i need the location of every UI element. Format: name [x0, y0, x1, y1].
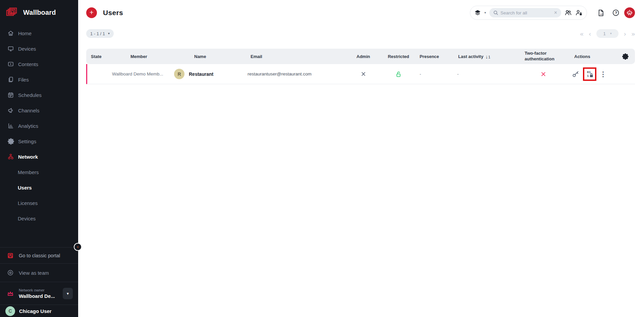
search-input[interactable]: [500, 10, 552, 15]
current-user-label: Chicago User: [19, 308, 52, 314]
chevron-down-icon: ▾: [610, 32, 612, 35]
range-label: 1 - 1 / 1: [90, 31, 105, 36]
layers-icon[interactable]: [474, 9, 481, 16]
row-action-password-key-button[interactable]: [572, 70, 580, 78]
sidebar-item-label: Analytics: [18, 123, 38, 129]
sidebar-item-label: Channels: [18, 108, 39, 113]
last-page-button[interactable]: »: [631, 31, 635, 37]
row-action-passcode-button[interactable]: 01 1: [586, 70, 594, 78]
sidebar-subitem-licenses[interactable]: Licenses: [0, 195, 78, 211]
title-group: + Users: [86, 7, 123, 18]
cell-presence: -: [415, 71, 449, 76]
files-icon: [7, 76, 14, 83]
sidebar-item-label: Settings: [18, 139, 36, 144]
monitor-icon: [7, 45, 14, 52]
unlock-icon: [395, 71, 402, 77]
brand-logo[interactable]: Wallboard: [0, 0, 78, 21]
robot-icon: [626, 9, 633, 16]
binary-bottom-text: 1: [587, 74, 589, 78]
sort-indicator: ↓ 1: [485, 54, 490, 59]
header-state[interactable]: State: [86, 54, 111, 59]
sidebar-footer: Go to classic portal View as team Netwo: [0, 247, 78, 317]
key-icon: [572, 70, 580, 78]
cell-actions: 01 1 ⋮: [570, 67, 610, 81]
users-table: State Member Name Email Admin Restricted…: [86, 49, 635, 84]
page-size-dropdown[interactable]: 1 - 1 / 1 ▾: [86, 29, 114, 38]
header-admin[interactable]: Admin: [345, 54, 382, 59]
header-two-factor[interactable]: Two-factor authentication: [517, 51, 570, 62]
sidebar-item-label: Contents: [18, 61, 38, 67]
add-user-button[interactable]: +: [86, 7, 97, 18]
network-icon: [7, 153, 14, 160]
header-email[interactable]: Email: [235, 54, 345, 59]
next-page-button[interactable]: ›: [624, 31, 626, 37]
users-group-icon[interactable]: [565, 9, 572, 16]
sidebar-item-analytics[interactable]: Analytics: [0, 118, 78, 134]
sidebar-subitem-users[interactable]: Users: [0, 180, 78, 195]
cell-last-activity: -: [449, 71, 517, 76]
wallboard-logo-icon: [5, 6, 19, 18]
column-settings-gear-icon: [622, 53, 629, 60]
header-restricted[interactable]: Restricted: [382, 54, 415, 59]
search-field: ×: [489, 8, 561, 17]
calendar-icon: [7, 92, 14, 98]
crown-icon: [7, 290, 14, 297]
sidebar-item-channels[interactable]: Channels: [0, 103, 78, 118]
home-icon: [7, 30, 14, 37]
sidebar-item-files[interactable]: Files: [0, 72, 78, 87]
sidebar-subitem-members[interactable]: Members: [0, 164, 78, 180]
bar-chart-icon: [7, 122, 14, 129]
eye-icon: [7, 269, 14, 276]
sidebar-subitem-devices[interactable]: Devices: [0, 211, 78, 226]
sidebar-item-contents[interactable]: Contents: [0, 56, 78, 72]
header-two-factor-label: Two-factor authentication: [525, 51, 562, 62]
current-user-row[interactable]: C Chicago User: [0, 305, 78, 317]
sidebar-item-network[interactable]: Network: [0, 149, 78, 164]
sidebar-item-schedules[interactable]: Schedules: [0, 87, 78, 103]
search-clear-icon[interactable]: ×: [554, 10, 557, 15]
help-icon[interactable]: ?: [612, 9, 620, 16]
binary-lock-icon: 01 1: [586, 70, 594, 78]
sort-arrow-down-icon: ↓: [485, 54, 488, 59]
header-member[interactable]: Member: [111, 54, 169, 59]
brand-name: Wallboard: [23, 9, 56, 16]
account-avatar[interactable]: [624, 7, 635, 18]
header-last-activity[interactable]: Last activity ↓ 1: [449, 54, 517, 59]
prev-page-button[interactable]: ‹: [589, 31, 591, 37]
header-presence[interactable]: Presence: [415, 54, 449, 59]
go-to-classic-portal-button[interactable]: Go to classic portal: [0, 247, 78, 263]
owner-dropdown-button[interactable]: ▾: [63, 288, 73, 299]
page-select-dropdown[interactable]: 1 ▾: [596, 29, 619, 38]
page-title: Users: [103, 9, 123, 17]
chevron-down-icon[interactable]: ▾: [484, 11, 486, 14]
sidebar-item-home[interactable]: Home: [0, 25, 78, 41]
sidebar-item-label: Network: [18, 154, 38, 160]
sidebar-item-devices[interactable]: Devices: [0, 41, 78, 56]
network-owner-switcher[interactable]: Network owner Wallboard De... ▾: [0, 282, 78, 305]
classic-portal-label: Go to classic portal: [19, 253, 60, 258]
sidebar-item-settings[interactable]: Settings: [0, 134, 78, 149]
row-action-menu-button[interactable]: ⋮: [600, 71, 606, 77]
play-box-icon: [7, 61, 14, 67]
table-row[interactable]: Wallboard Demo Memb... R Restaurant rest…: [86, 64, 635, 84]
owner-text-block: Network owner Wallboard De...: [19, 288, 58, 299]
header-name[interactable]: Name: [169, 54, 235, 59]
view-as-team-label: View as team: [19, 270, 49, 276]
csv-label: csv: [600, 13, 603, 15]
owner-role-label: Network owner: [19, 288, 58, 292]
view-as-team-button[interactable]: View as team: [0, 263, 78, 282]
sidebar-collapse-button[interactable]: ‹: [74, 243, 82, 251]
sidebar-subitem-label: Devices: [18, 216, 36, 221]
sidebar-subitem-label: Users: [18, 185, 32, 191]
user-lock-icon[interactable]: [575, 9, 583, 16]
app-root: Wallboard Home Devices: [0, 0, 644, 317]
chevron-left-icon: ‹: [77, 244, 78, 249]
owner-name-label: Wallboard De...: [19, 293, 58, 299]
toolbar: ▾ ×: [470, 6, 635, 20]
header-gear[interactable]: [610, 53, 635, 60]
user-name: Restaurant: [189, 71, 213, 77]
annotation-highlight-box: 01 1: [583, 67, 596, 81]
first-page-button[interactable]: «: [580, 31, 584, 37]
megaphone-icon: [7, 107, 14, 114]
export-csv-icon[interactable]: csv: [597, 9, 605, 17]
